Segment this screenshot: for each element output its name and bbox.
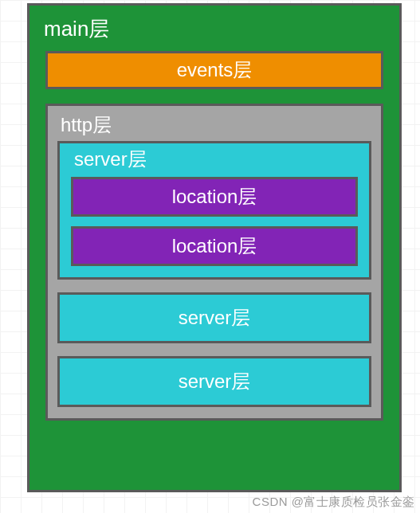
http-layer-title: http层 — [57, 111, 371, 141]
server-layer-box: server层 — [57, 292, 371, 343]
server-layer-title: server层 — [71, 147, 358, 172]
http-layer-box: http层 server层 location层 location层 server… — [45, 104, 383, 421]
server-layer-box: server层 — [57, 356, 371, 407]
location-layer-label: location层 — [172, 184, 257, 210]
main-layer-title: main层 — [41, 15, 388, 43]
server-layer-box: server层 location层 location层 — [57, 141, 371, 280]
events-layer-label: events层 — [177, 57, 253, 83]
main-layer-box: main层 events层 http层 server层 location层 lo… — [27, 3, 402, 492]
events-layer-box: events层 — [45, 51, 383, 89]
server-layer-label: server层 — [179, 305, 251, 331]
location-layer-box: location层 — [71, 177, 358, 217]
server-layer-label: server层 — [179, 369, 251, 394]
watermark-text: CSDN @富士康质检员张金銮 — [253, 495, 415, 510]
location-layer-box: location层 — [71, 226, 358, 266]
location-layer-label: location层 — [172, 233, 257, 259]
